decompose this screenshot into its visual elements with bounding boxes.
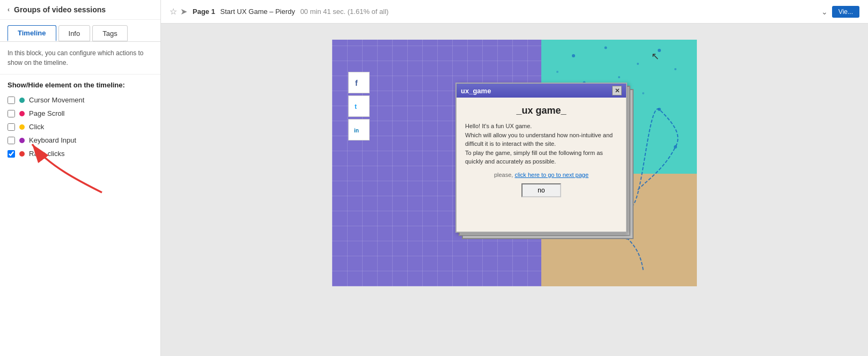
dialog-wrapper: ux_game ✕ _ux game_ Hello! It's a fun UX… xyxy=(455,83,627,233)
tab-info[interactable]: Info xyxy=(58,25,91,41)
site-mockup: ↖ f t in xyxy=(332,40,697,286)
page-scroll-dot xyxy=(19,111,25,116)
tab-tags[interactable]: Tags xyxy=(92,25,127,41)
page-scroll-checkbox[interactable] xyxy=(8,110,15,117)
facebook-icon[interactable]: f xyxy=(348,72,370,93)
svg-text:f: f xyxy=(355,79,358,87)
sidebar-title: Groups of video sessions xyxy=(14,5,106,14)
next-page-link[interactable]: click here to go to next page xyxy=(514,172,589,178)
share-icon[interactable]: ➤ xyxy=(180,6,187,17)
dialog-body-line3: To play the game, simply fill out the fo… xyxy=(465,150,603,165)
view-button[interactable]: Vie... xyxy=(832,6,859,18)
cursor-movement-label: Cursor Movement xyxy=(29,96,84,104)
svg-point-3 xyxy=(637,63,639,65)
svg-point-1 xyxy=(572,54,575,57)
svg-text:t: t xyxy=(355,103,357,110)
dialog-body-line2: Which will allow you to understand how n… xyxy=(465,132,613,147)
dialog-close-button[interactable]: ✕ xyxy=(612,86,622,95)
page-time: 00 min 41 sec. (1.61% of all) xyxy=(300,8,389,16)
checkbox-page-scroll: Page Scroll xyxy=(0,107,160,120)
cursor-pointer-icon: ↖ xyxy=(651,50,659,62)
linkedin-icon[interactable]: in xyxy=(348,119,370,140)
dropdown-chevron-icon[interactable]: ⌄ xyxy=(821,8,828,16)
svg-point-6 xyxy=(556,71,558,73)
social-icons-group: f t in xyxy=(348,72,370,140)
dialog-body-text: Hello! It's a fun UX game. Which will al… xyxy=(465,122,617,166)
sidebar: ‹ Groups of video sessions Timeline Info… xyxy=(0,0,161,356)
svg-point-8 xyxy=(618,76,620,78)
back-chevron-icon: ‹ xyxy=(8,6,10,13)
canvas-area: ↖ f t in xyxy=(161,24,868,356)
page-info: Page 1 Start UX Game – Pierdy 00 min 41 … xyxy=(193,8,816,16)
sidebar-description: In this block, you can configure which a… xyxy=(0,42,160,75)
dialog-no-button[interactable]: no xyxy=(521,183,561,197)
svg-text:in: in xyxy=(354,128,359,134)
svg-point-5 xyxy=(674,68,676,70)
tab-timeline[interactable]: Timeline xyxy=(8,25,56,41)
tabs-container: Timeline Info Tags xyxy=(0,20,160,42)
back-navigation[interactable]: ‹ Groups of video sessions xyxy=(0,0,160,20)
star-icon[interactable]: ☆ xyxy=(170,6,177,17)
annotation-arrow-svg xyxy=(5,128,123,198)
dialog-body-line1: Hello! It's a fun UX game. xyxy=(465,123,532,129)
dialog-title: ux_game xyxy=(461,87,491,95)
checkbox-cursor-movement: Cursor Movement xyxy=(0,93,160,107)
dialog-heading: _ux game_ xyxy=(465,105,617,116)
topbar-right: ⌄ Vie... xyxy=(821,6,859,18)
dialog-main-window: ux_game ✕ _ux game_ Hello! It's a fun UX… xyxy=(455,83,627,233)
twitter-icon[interactable]: t xyxy=(348,95,370,117)
dialog-footer-text: please, click here to go to next page xyxy=(465,172,617,178)
show-hide-title: Show/Hide element on the timeline: xyxy=(0,75,160,93)
arrow-annotation-area xyxy=(0,160,160,214)
svg-point-9 xyxy=(642,92,644,94)
dialog-body: _ux game_ Hello! It's a fun UX game. Whi… xyxy=(457,98,626,205)
page-title: Start UX Game – Pierdy xyxy=(220,8,295,16)
page-scroll-label: Page Scroll xyxy=(29,109,64,117)
cursor-movement-checkbox[interactable] xyxy=(8,97,15,104)
topbar: ☆ ➤ Page 1 Start UX Game – Pierdy 00 min… xyxy=(161,0,868,24)
topbar-icons: ☆ ➤ xyxy=(170,6,187,17)
main-area: ☆ ➤ Page 1 Start UX Game – Pierdy 00 min… xyxy=(161,0,868,356)
svg-point-2 xyxy=(605,47,607,49)
dialog-titlebar: ux_game ✕ xyxy=(457,84,626,98)
page-number: Page 1 xyxy=(193,8,215,16)
cursor-movement-dot xyxy=(19,98,25,103)
